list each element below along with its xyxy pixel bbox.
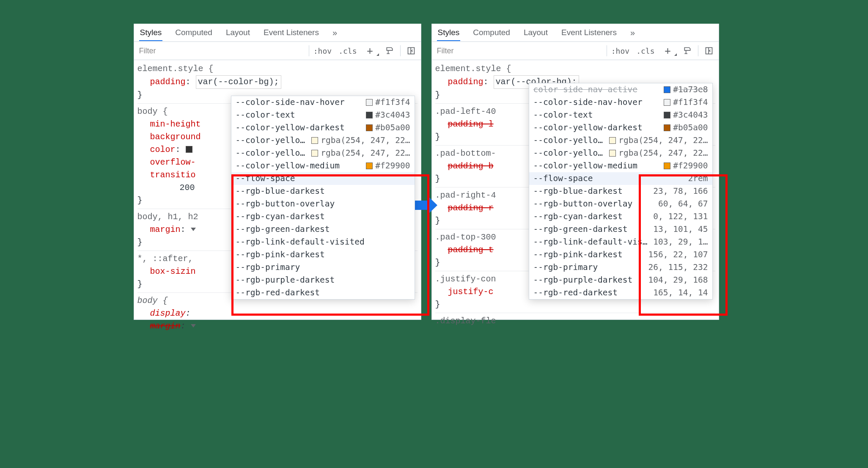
filter-input[interactable] [134, 47, 308, 55]
property-justify-content[interactable]: justify-c [448, 287, 494, 297]
color-swatch-icon [664, 162, 670, 169]
autocomplete-option[interactable]: --color-yellow-darkest#b05a00 [529, 121, 712, 134]
option-name: --color-yellow-ligh… [236, 147, 308, 160]
cls-button[interactable]: .cls [633, 43, 658, 58]
tab-styles[interactable]: Styles [437, 25, 461, 41]
autocomplete-option[interactable]: --rgb-pink-darkest [231, 248, 415, 261]
autocomplete-option[interactable]: --rgb-primary26, 115, 232 [529, 261, 712, 274]
autocomplete-option[interactable]: --rgb-purple-darkest104, 29, 168 [529, 274, 712, 286]
tab-computed[interactable]: Computed [174, 25, 213, 40]
autocomplete-option[interactable]: --color-yellow-lig…rgba(254, 247, 22… [529, 134, 712, 147]
styles-toolbar: :hov .cls + [432, 42, 719, 60]
value-editor[interactable]: var(--color-bg); [196, 75, 281, 89]
property-padding[interactable]: padding [448, 77, 483, 87]
autocomplete-option[interactable]: --rgb-cyan-darkest0, 122, 131 [529, 210, 712, 223]
rendering-emulations-button[interactable] [380, 43, 399, 58]
cls-button[interactable]: .cls [335, 43, 360, 58]
property-margin[interactable]: margin [150, 321, 181, 331]
autocomplete-option[interactable]: --rgb-blue-darkest23, 78, 166 [529, 185, 712, 198]
option-name: --flow-space [533, 172, 684, 185]
property-padding-bottom[interactable]: padding-b [448, 161, 494, 171]
property-transition[interactable]: transitio [150, 170, 196, 180]
autocomplete-option[interactable]: --color-text#3c4043 [529, 109, 712, 121]
expand-icon[interactable] [191, 228, 196, 231]
autocomplete-option[interactable]: --rgb-purple-darkest [231, 274, 415, 286]
tabs-overflow-icon[interactable]: » [629, 25, 637, 41]
rule[interactable]: .display-fle [435, 315, 715, 329]
property-padding-right[interactable]: padding-r [448, 203, 494, 213]
option-name: --color-side-nav-hover [236, 96, 362, 109]
transition-value[interactable]: 200 [180, 183, 195, 193]
autocomplete-option[interactable]: --rgb-pink-darkest156, 22, 107 [529, 248, 712, 261]
color-swatch[interactable] [186, 146, 192, 153]
option-value: 2rem [684, 172, 708, 185]
autocomplete-option[interactable]: --flow-space2rem [529, 172, 712, 185]
autocomplete-option[interactable]: --color-text#3c4043 [231, 109, 415, 121]
new-style-rule-button[interactable]: + [658, 43, 678, 58]
hover-state-button[interactable]: :hov [608, 43, 633, 58]
option-name: --color-yellow-medium [533, 160, 660, 172]
option-name: --rgb-button-overlay [236, 198, 410, 210]
autocomplete-dropdown[interactable]: color side nav active#1a73e8--color-side… [529, 83, 713, 300]
property-padding[interactable]: padding [150, 77, 186, 87]
new-style-rule-button[interactable]: + [360, 43, 380, 58]
separator [309, 45, 309, 56]
comparison-arrow-icon [413, 195, 438, 216]
tab-computed[interactable]: Computed [472, 25, 511, 40]
computed-sidebar-toggle-button[interactable] [401, 43, 421, 58]
option-value: 23, 78, 166 [649, 185, 708, 198]
tab-layout[interactable]: Layout [523, 25, 549, 40]
autocomplete-option[interactable]: --color-yellow-ligh…rgba(254, 247, 22… [529, 147, 712, 160]
option-name: --rgb-pink-darkest [533, 248, 644, 261]
property-padding-left[interactable]: padding-l [448, 119, 494, 129]
autocomplete-option[interactable]: --color-yellow-lig…rgba(254, 247, 22… [231, 134, 415, 147]
autocomplete-option[interactable]: --rgb-link-default-visited [231, 236, 415, 248]
selector[interactable]: .display-fle [435, 315, 715, 328]
autocomplete-option[interactable]: color side nav active#1a73e8 [529, 83, 712, 96]
autocomplete-option[interactable]: --rgb-red-darkest165, 14, 14 [529, 286, 712, 299]
selector[interactable]: element.style { [137, 63, 418, 75]
autocomplete-option[interactable]: --color-side-nav-hover#f1f3f4 [231, 96, 415, 109]
autocomplete-option[interactable]: --rgb-green-darkest [231, 223, 415, 236]
tab-event-listeners[interactable]: Event Listeners [263, 25, 320, 40]
tab-styles[interactable]: Styles [139, 25, 163, 41]
tabs-overflow-icon[interactable]: » [332, 25, 339, 41]
property-margin[interactable]: margin [150, 225, 181, 234]
expand-icon[interactable] [191, 324, 196, 328]
property-display[interactable]: display [150, 308, 186, 318]
computed-sidebar-toggle-button[interactable] [699, 43, 719, 58]
autocomplete-option[interactable]: --color-side-nav-hover#f1f3f4 [529, 96, 712, 109]
autocomplete-option[interactable]: --flow-space [231, 172, 415, 185]
brace-close: } [435, 298, 715, 311]
autocomplete-option[interactable]: --color-yellow-medium#f29900 [529, 160, 712, 172]
autocomplete-option[interactable]: --rgb-primary [231, 261, 415, 274]
autocomplete-option[interactable]: --rgb-cyan-darkest [231, 210, 415, 223]
option-value: #f29900 [362, 160, 410, 172]
tab-layout[interactable]: Layout [225, 25, 251, 40]
color-swatch-icon [664, 112, 670, 118]
autocomplete-option[interactable]: --rgb-button-overlay [231, 198, 415, 210]
option-name: --color-yellow-lig… [236, 134, 308, 147]
autocomplete-option[interactable]: --color-yellow-darkest#b05a00 [231, 121, 415, 134]
property-padding-top[interactable]: padding-t [448, 245, 494, 255]
property-background[interactable]: background [150, 132, 201, 142]
property-color[interactable]: color [150, 145, 176, 154]
rule[interactable]: body { display: margin: [137, 295, 418, 334]
option-name: --rgb-link-default-visited [236, 236, 410, 248]
property-min-height[interactable]: min-height [150, 119, 201, 129]
rendering-emulations-button[interactable] [678, 43, 697, 58]
autocomplete-option[interactable]: --rgb-blue-darkest [231, 185, 415, 198]
autocomplete-dropdown[interactable]: --color-side-nav-hover#f1f3f4--color-tex… [231, 96, 415, 300]
autocomplete-option[interactable]: --rgb-link-default-visited…103, 29, 1… [529, 236, 712, 248]
property-overflow[interactable]: overflow- [150, 157, 196, 167]
autocomplete-option[interactable]: --rgb-red-darkest [231, 286, 415, 299]
hover-state-button[interactable]: :hov [310, 43, 335, 58]
autocomplete-option[interactable]: --rgb-green-darkest13, 101, 45 [529, 223, 712, 236]
autocomplete-option[interactable]: --color-yellow-medium#f29900 [231, 160, 415, 172]
autocomplete-option[interactable]: --rgb-button-overlay60, 64, 67 [529, 198, 712, 210]
tab-event-listeners[interactable]: Event Listeners [560, 25, 618, 40]
filter-input[interactable] [432, 47, 606, 55]
selector[interactable]: element.style { [435, 63, 715, 75]
autocomplete-option[interactable]: --color-yellow-ligh…rgba(254, 247, 22… [231, 147, 415, 160]
property-box-sizing[interactable]: box-sizin [150, 267, 196, 276]
